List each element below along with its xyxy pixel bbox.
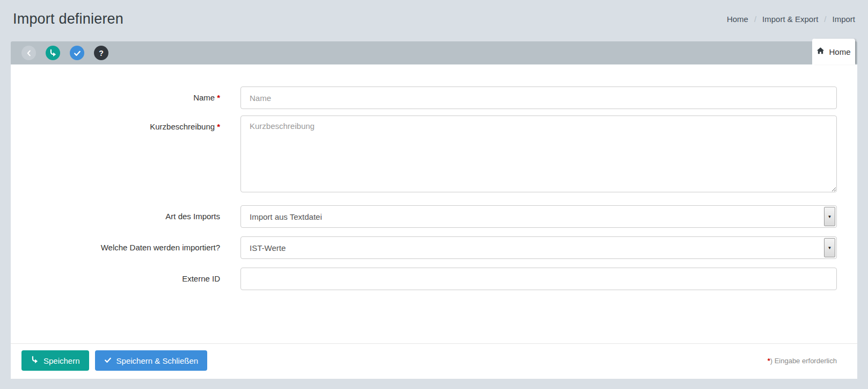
form-row-art-des-imports: Art des Imports Import aus Textdatei ▼ (11, 205, 837, 228)
page-title: Import definieren (13, 11, 123, 27)
tab-home[interactable]: Home (812, 39, 855, 64)
save-and-close-button-label: Speichern & Schließen (116, 356, 199, 365)
form-footer: Speichern Speichern & Schließen *) Einga… (11, 343, 857, 379)
breadcrumb-separator: / (824, 15, 826, 24)
save-arrow-icon (49, 49, 57, 57)
check-icon (74, 49, 81, 57)
form-row-welche-daten: Welche Daten werden importiert? IST-Wert… (11, 236, 837, 259)
save-button-toolbar[interactable] (46, 46, 60, 60)
art-des-imports-select[interactable]: Import aus Textdatei ▼ (240, 205, 837, 228)
art-des-imports-label: Art des Imports (11, 205, 220, 222)
import-form: Name* Kurzbeschreibung* Art des Imports … (11, 64, 857, 343)
save-button[interactable]: Speichern (21, 350, 89, 371)
welche-daten-label: Welche Daten werden importiert? (11, 236, 220, 253)
form-row-externe-id: Externe ID (11, 268, 837, 290)
main-panel: ? Home Name* Kurzbeschreibung* (11, 41, 857, 379)
toolbar: ? Home (11, 41, 857, 64)
save-close-button-toolbar[interactable] (70, 46, 84, 60)
save-arrow-icon (31, 356, 39, 365)
kurzbeschreibung-textarea[interactable] (240, 116, 837, 192)
required-asterisk: * (217, 122, 220, 131)
name-label: Name* (11, 87, 220, 103)
form-row-kurzbeschreibung: Kurzbeschreibung* (11, 116, 837, 195)
form-row-name: Name* (11, 87, 837, 109)
tab-home-label: Home (829, 47, 850, 56)
save-button-label: Speichern (43, 356, 80, 365)
welche-daten-selected-value: IST-Werte (250, 243, 286, 253)
breadcrumb-home[interactable]: Home (727, 15, 748, 24)
welche-daten-select[interactable]: IST-Werte ▼ (240, 236, 837, 259)
kurzbeschreibung-label: Kurzbeschreibung* (11, 116, 220, 132)
breadcrumb-import: Import (832, 15, 855, 24)
check-icon (104, 356, 112, 365)
required-asterisk: * (217, 93, 220, 102)
chevron-left-icon (25, 49, 33, 57)
chevron-down-icon[interactable]: ▼ (824, 207, 835, 226)
breadcrumb-import-export[interactable]: Import & Export (762, 15, 818, 24)
externe-id-input[interactable] (240, 268, 837, 290)
chevron-down-icon[interactable]: ▼ (824, 238, 835, 257)
breadcrumb-separator: / (754, 15, 756, 24)
art-des-imports-selected-value: Import aus Textdatei (250, 212, 322, 221)
name-input[interactable] (240, 87, 837, 109)
save-and-close-button[interactable]: Speichern & Schließen (95, 350, 208, 371)
back-button[interactable] (21, 46, 36, 60)
help-icon: ? (99, 49, 104, 57)
breadcrumb: Home / Import & Export / Import (727, 15, 855, 24)
help-button[interactable]: ? (94, 46, 108, 60)
externe-id-label: Externe ID (11, 268, 220, 284)
required-note: *) Eingabe erforderlich (768, 357, 837, 365)
page-header: Import definieren Home / Import & Export… (0, 0, 868, 41)
home-icon (816, 47, 825, 56)
